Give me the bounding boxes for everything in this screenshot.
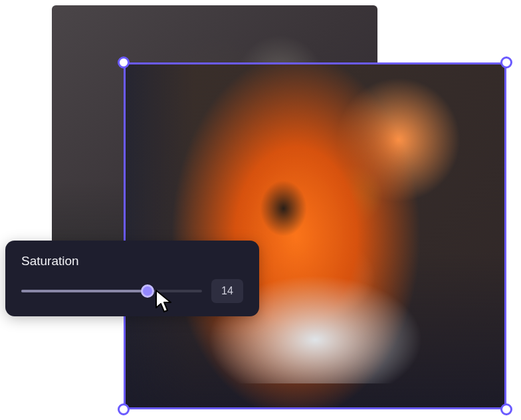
selected-image-frame[interactable] xyxy=(124,62,506,409)
slider-value-display: 14 xyxy=(211,279,243,303)
slider-thumb[interactable] xyxy=(141,284,154,298)
slider-row: 14 xyxy=(21,279,243,303)
resize-handle-bottom-right[interactable] xyxy=(500,403,512,415)
editor-canvas: Saturation 14 xyxy=(0,0,521,420)
resize-handle-top-left[interactable] xyxy=(118,56,130,68)
adjustment-panel: Saturation 14 xyxy=(5,241,259,316)
adjustment-label: Saturation xyxy=(21,254,243,268)
slider-fill xyxy=(21,290,148,292)
resize-handle-top-right[interactable] xyxy=(500,56,512,68)
saturation-slider[interactable] xyxy=(21,284,202,298)
resize-handle-bottom-left[interactable] xyxy=(118,403,130,415)
foreground-image-layer[interactable] xyxy=(124,62,506,409)
